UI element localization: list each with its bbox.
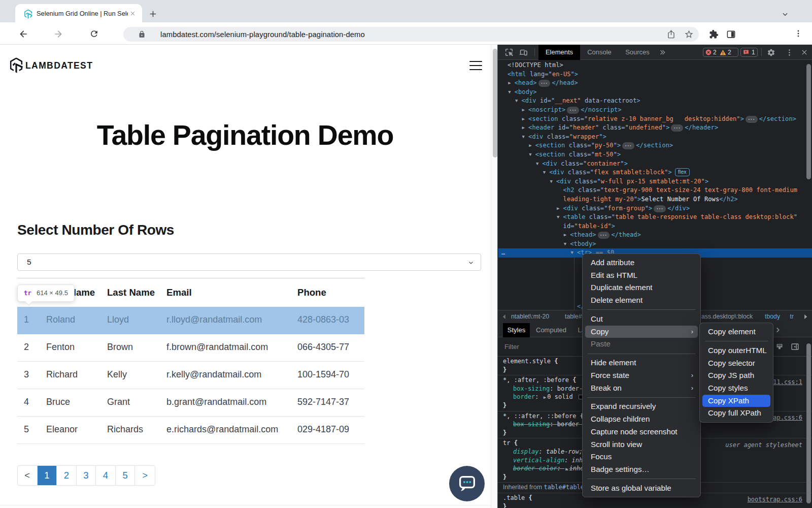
breadcrumb-item[interactable]: tr [790,310,794,323]
reload-button[interactable] [89,29,99,39]
table-row[interactable]: 5EleanorRichardse.richards@randatmail.co… [17,417,364,444]
expand-arrow-icon[interactable]: ▼ [515,97,520,106]
expand-arrow-icon[interactable]: ▼ [543,168,548,177]
inline-expand-icon[interactable]: ••• [538,80,551,87]
breadcrumb-item[interactable]: ass.desktop\:block [701,310,753,323]
tree-node[interactable]: <!DOCTYPE html> [498,61,812,70]
pagination-page-2[interactable]: 2 [57,466,77,485]
breadcrumb-item[interactable]: ntablet\:mt-20 [511,310,549,323]
tree-node[interactable]: ▼<div class="w-full px-15 smtablet:mt-20… [498,177,812,186]
error-warning-badge[interactable]: 2 2 [703,48,738,57]
inspect-element-icon[interactable] [504,48,514,57]
tree-node[interactable]: ▶<div class="form-group">•••</div> [498,204,812,213]
expand-arrow-icon[interactable]: ▼ [522,133,527,142]
menu-item-delete-element[interactable]: Delete element [585,294,698,307]
submenu-item-copy-outerhtml[interactable]: Copy outerHTML [702,344,770,357]
share-icon[interactable] [666,29,676,39]
tree-node[interactable]: ▶<noscript>•••</noscript> [498,106,812,115]
styles-scrollbar-thumb[interactable] [806,343,811,503]
flex-badge[interactable]: flex [675,168,690,176]
page-scrollbar[interactable] [491,45,498,508]
pagination-page-1[interactable]: 1 [38,466,57,485]
settings-gear-icon[interactable] [767,48,775,57]
device-toolbar-icon[interactable] [519,48,528,57]
devtools-close-icon[interactable] [801,49,808,56]
tree-node[interactable]: ▼<body> [498,88,812,97]
tree-node[interactable]: leading-tight my-20">Select Number Of Ro… [498,195,812,204]
tree-node[interactable]: ▶<thead>•••</thead> [498,231,812,240]
sidebar-more-tabs-icon[interactable] [775,327,781,333]
sidebar-tab-styles[interactable]: Styles [503,323,530,337]
breadcrumb-item[interactable]: tbody [765,310,780,323]
new-tab-button[interactable] [149,10,157,18]
pagination-next[interactable]: > [135,466,155,485]
collapse-arrow-icon[interactable]: ▶ [529,141,534,150]
menu-item-edit-as-html[interactable]: Edit as HTML [585,269,698,282]
pagination-page-4[interactable]: 4 [96,466,116,485]
devtools-menu-dots-icon[interactable] [785,48,794,57]
inline-expand-icon[interactable]: ••• [746,116,758,123]
node-overflow-dots-icon[interactable]: … [501,248,505,258]
pagination-page-5[interactable]: 5 [116,466,136,485]
expand-arrow-icon[interactable]: ▼ [536,160,541,169]
breadcrumb-left-arrow-icon[interactable] [501,314,507,320]
expand-arrow-icon[interactable]: ▼ [550,177,555,186]
table-row[interactable]: 1RolandLloydr.lloyd@randatmail.com428-08… [17,307,364,334]
table-row[interactable]: 4BruceGrantb.grant@randatmail.com592-714… [17,389,364,417]
menu-item-badge-settings-[interactable]: Badge settings… [585,463,698,476]
collapse-arrow-icon[interactable]: ▶ [522,123,527,133]
lambdatest-logo-icon[interactable] [9,57,23,73]
menu-item-store-as-global-variable[interactable]: Store as global variable [585,482,698,495]
menu-item-capture-node-screenshot[interactable]: Capture node screenshot [585,426,698,438]
devtools-tab-console[interactable]: Console [580,45,619,60]
tree-node[interactable]: ▶<section class="relative z-10 banner_bg… [498,115,812,124]
collapse-arrow-icon[interactable]: ▶ [508,79,513,88]
expand-arrow-icon[interactable]: ▼ [529,150,534,160]
table-row[interactable]: 3RichardKellyr.kelly@randatmail.com100-1… [17,362,364,389]
styles-filter-input[interactable]: Filter [504,343,519,351]
expand-property-icon[interactable]: ▶ [544,395,546,400]
menu-item-duplicate-element[interactable]: Duplicate element [585,281,698,294]
pagination-prev[interactable]: < [18,466,38,485]
computed-sidebar-toggle-icon[interactable] [791,342,799,351]
tree-node[interactable]: <h2 class="text-gray-900 text-size-24 te… [498,186,812,195]
menu-item-collapse-children[interactable]: Collapse children [585,413,698,426]
menu-item-cut[interactable]: Cut [585,313,698,326]
menu-item-copy[interactable]: Copy› [585,326,698,338]
devtools-tab-sources[interactable]: Sources [619,45,656,60]
bookmark-star-icon[interactable] [684,29,694,39]
expand-arrow-icon[interactable]: ▼ [564,240,569,249]
menu-item-scroll-into-view[interactable]: Scroll into view [585,438,698,451]
submenu-item-copy-full-xpath[interactable]: Copy full XPath [702,407,770,420]
browser-tab[interactable]: Selenium Grid Online | Run Sele [15,4,142,22]
more-tabs-icon[interactable] [659,49,666,56]
inline-expand-icon[interactable]: ••• [622,142,634,149]
menu-item-force-state[interactable]: Force state› [585,369,698,382]
inline-expand-icon[interactable]: ••• [567,107,579,114]
tab-close-icon[interactable] [128,9,137,17]
inline-expand-icon[interactable]: ••• [671,124,683,132]
collapse-arrow-icon[interactable]: ▶ [564,231,569,240]
expand-arrow-icon[interactable]: ▼ [571,248,576,258]
issues-badge[interactable]: 1 [740,48,758,57]
expand-arrow-icon[interactable]: ▼ [508,88,513,97]
rows-per-page-select[interactable]: 5 [17,253,481,271]
elements-scrollbar-thumb[interactable] [806,64,811,179]
collapse-arrow-icon[interactable]: ▶ [522,106,527,115]
side-panel-icon[interactable] [726,29,736,39]
tree-node[interactable]: ▶<header id="header" class="undefined">•… [498,123,812,133]
tree-node[interactable]: ▶<section class="py-50">•••</section> [498,141,812,150]
brand-name[interactable]: LAMBDATEST [25,60,93,71]
url-text[interactable]: lambdatest.com/selenium-playground/table… [160,30,365,39]
expand-arrow-icon[interactable]: ▼ [557,213,562,222]
collapse-arrow-icon[interactable]: ▶ [557,204,562,213]
browser-menu-dots-icon[interactable] [794,29,803,38]
submenu-item-copy-styles[interactable]: Copy styles [702,382,770,395]
tree-node[interactable]: <html lang="en-US"> [498,70,812,79]
menu-item-focus[interactable]: Focus [585,451,698,463]
tree-node[interactable]: ▼<div class="flex smtablet:block">flex [498,168,812,177]
tree-node[interactable]: id="table-id"> [498,222,812,231]
tree-node[interactable]: ▼<tbody> [498,240,812,249]
tree-node[interactable]: ▶<head>•••</head> [498,79,812,88]
menu-item-break-on[interactable]: Break on› [585,382,698,395]
